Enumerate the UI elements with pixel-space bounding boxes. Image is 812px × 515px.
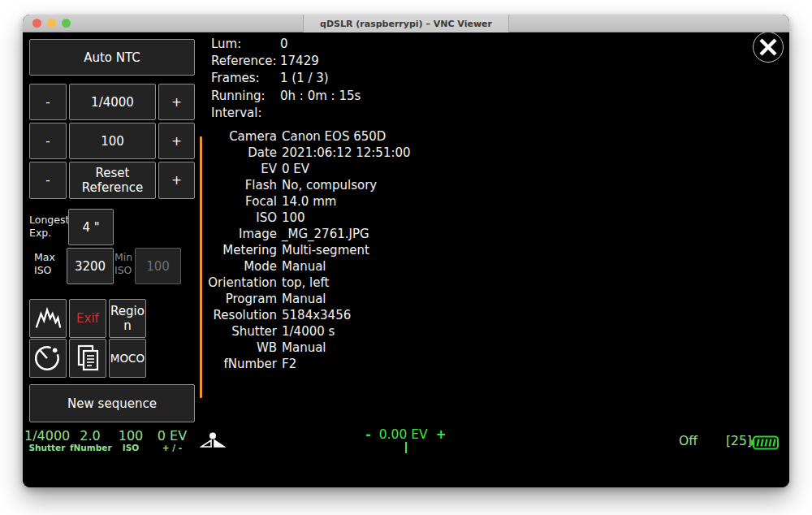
exif-row: Date 2021:06:12 12:51:00 — [23, 145, 411, 161]
exif-row: Flash No, compulsory — [23, 177, 411, 193]
exif-value: 14.0 mm — [282, 194, 336, 209]
exif-row: Metering Multi-segment — [23, 242, 411, 258]
exif-row: Image _MG_2761.JPG — [23, 226, 411, 242]
exif-value: 5184x3456 — [282, 308, 351, 322]
frames-label: Frames: — [211, 71, 280, 85]
running-value: 0h : 0m : 15s — [280, 89, 361, 103]
titlebar[interactable]: qDSLR (raspberrypi) – VNC Viewer — [23, 15, 789, 32]
ev-plus-button[interactable]: + — [436, 427, 447, 442]
exif-row: EV 0 EV — [23, 161, 411, 177]
shutter-minus-button[interactable]: - — [29, 84, 67, 120]
ev-status-label: + / - — [151, 443, 193, 452]
info-row-lum: Lum: 0 — [211, 35, 361, 52]
exif-row: Orientation top, left — [23, 275, 411, 291]
new-sequence-button[interactable]: New sequence — [29, 384, 195, 422]
info-row-reference: Reference: 17429 — [211, 52, 361, 69]
window-title: qDSLR (raspberrypi) – VNC Viewer — [320, 19, 492, 29]
shutter-value-button[interactable]: 1/4000 — [69, 84, 156, 120]
lum-value: 0 — [280, 37, 288, 51]
exif-row: Shutter 1/4000 s — [23, 323, 411, 340]
exif-label: Flash — [23, 178, 277, 193]
fnumber-status-label: fNumber — [70, 443, 110, 452]
sequence-info-block: Lum: 0 Reference: 17429 Frames: 1 (1 / 3… — [211, 35, 361, 122]
exif-label: Image — [23, 227, 277, 241]
titlebar-tab: qDSLR (raspberrypi) – VNC Viewer — [303, 15, 509, 32]
frames-value: 1 (1 / 3) — [280, 71, 329, 85]
exif-label: Focal — [23, 194, 277, 209]
exif-label: Mode — [23, 259, 277, 274]
exif-label: fNumber — [23, 357, 277, 371]
exif-value: 0 EV — [282, 162, 309, 176]
shutter-plus-button[interactable]: + — [158, 84, 195, 120]
exif-row: Focal 14.0 mm — [23, 193, 411, 210]
qdslr-app-content: Auto NTC - 1/4000 + - 100 + - Reset Refe… — [23, 33, 789, 487]
off-toggle[interactable]: Off — [679, 434, 698, 448]
info-row-running: Running: 0h : 0m : 15s — [211, 87, 361, 104]
exif-label: Metering — [23, 243, 277, 258]
exif-label: Date — [23, 145, 277, 160]
ev-minus-button[interactable]: - — [365, 427, 370, 442]
exif-value: 2021:06:12 12:51:00 — [282, 145, 411, 160]
auto-ntc-button[interactable]: Auto NTC — [29, 39, 195, 76]
interval-label: Interval: — [211, 106, 280, 120]
exif-row: Mode Manual — [23, 258, 411, 275]
exif-value: _MG_2761.JPG — [282, 227, 369, 241]
exif-value: Multi-segment — [282, 243, 369, 258]
iso-status-label: ISO — [110, 443, 151, 452]
exif-label: Camera — [23, 129, 277, 144]
minimize-window-button[interactable] — [47, 19, 56, 28]
ev-scale-tick — [405, 442, 407, 453]
battery-icon — [750, 435, 780, 450]
close-button[interactable] — [753, 32, 784, 63]
exif-row: Camera Canon EOS 650D — [23, 128, 411, 145]
exif-value: Canon EOS 650D — [282, 129, 386, 144]
exif-row: WB Manual — [23, 340, 411, 356]
exif-value: Manual — [282, 340, 326, 355]
running-label: Running: — [211, 89, 280, 103]
exif-label: Shutter — [23, 324, 277, 339]
reference-value: 17429 — [280, 54, 319, 68]
exif-value: 1/4000 s — [282, 324, 335, 339]
exif-label: Resolution — [23, 308, 277, 322]
exif-label: ISO — [23, 210, 277, 225]
vnc-viewer-window: Auto NTC - 1/4000 + - 100 + - Reset Refe… — [23, 15, 789, 487]
exif-row: Program Manual — [23, 291, 411, 307]
exif-value: Manual — [282, 259, 326, 274]
shutter-status-label: Shutter — [24, 443, 70, 452]
exif-label: Program — [23, 292, 277, 306]
exif-label: Orientation — [23, 275, 277, 290]
ev-adjust-control: - 0.00 EV + — [23, 427, 789, 442]
exif-value: No, compulsory — [282, 178, 377, 193]
reference-label: Reference: — [211, 54, 280, 68]
close-icon — [758, 37, 779, 58]
info-row-frames: Frames: 1 (1 / 3) — [211, 70, 361, 87]
exif-row: Resolution 5184x3456 — [23, 307, 411, 323]
close-window-button[interactable] — [32, 19, 41, 28]
exif-value: top, left — [282, 275, 329, 290]
exif-label: WB — [23, 340, 277, 355]
lum-label: Lum: — [211, 37, 280, 51]
frame-counter[interactable]: [25] — [726, 434, 752, 448]
exif-label: EV — [23, 162, 277, 176]
traffic-lights — [32, 19, 71, 28]
exif-value: Manual — [282, 292, 326, 306]
exif-info-block: Camera Canon EOS 650D Date 2021:06:12 12… — [23, 128, 411, 372]
zoom-window-button[interactable] — [62, 19, 71, 28]
exif-row: fNumber F2 — [23, 356, 411, 372]
info-row-interval: Interval: — [211, 105, 361, 122]
exif-value: F2 — [282, 357, 296, 371]
exif-row: ISO 100 — [23, 210, 411, 226]
exif-value: 100 — [282, 210, 305, 225]
ev-value: 0.00 EV — [379, 427, 428, 442]
